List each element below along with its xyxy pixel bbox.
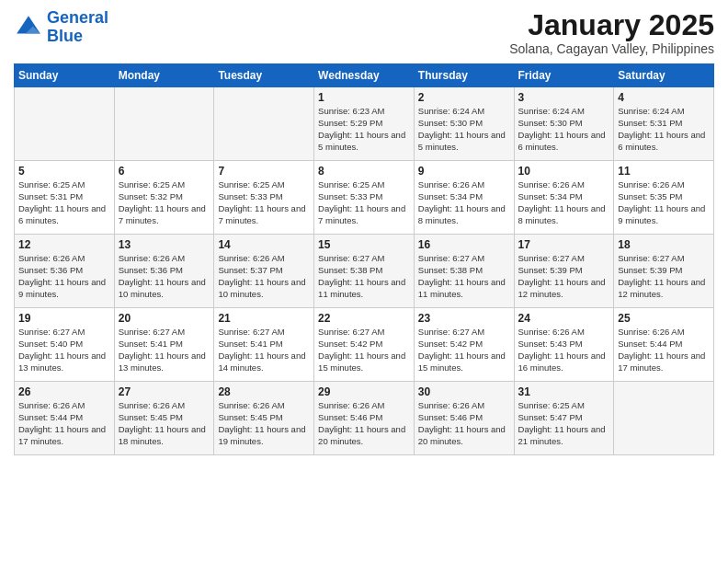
- weekday-header-sunday: Sunday: [15, 64, 115, 87]
- day-info: Sunrise: 6:26 AM Sunset: 5:36 PM Dayligh…: [18, 253, 110, 300]
- calendar-cell: 20Sunrise: 6:27 AM Sunset: 5:41 PM Dayli…: [114, 308, 214, 382]
- day-info: Sunrise: 6:27 AM Sunset: 5:41 PM Dayligh…: [218, 327, 310, 373]
- day-info: Sunrise: 6:26 AM Sunset: 5:44 PM Dayligh…: [18, 400, 110, 447]
- calendar-cell: 23Sunrise: 6:27 AM Sunset: 5:42 PM Dayli…: [414, 308, 514, 382]
- calendar-week-row: 26Sunrise: 6:26 AM Sunset: 5:44 PM Dayli…: [15, 382, 714, 455]
- calendar-cell: 9Sunrise: 6:26 AM Sunset: 5:34 PM Daylig…: [414, 161, 514, 235]
- day-info: Sunrise: 6:24 AM Sunset: 5:30 PM Dayligh…: [418, 106, 510, 153]
- weekday-header-saturday: Saturday: [614, 64, 714, 87]
- weekday-header-tuesday: Tuesday: [214, 64, 314, 87]
- calendar-cell: 30Sunrise: 6:26 AM Sunset: 5:46 PM Dayli…: [414, 382, 514, 455]
- calendar-cell: 5Sunrise: 6:25 AM Sunset: 5:31 PM Daylig…: [15, 161, 115, 235]
- day-number: 27: [119, 385, 210, 398]
- calendar-cell: 14Sunrise: 6:26 AM Sunset: 5:37 PM Dayli…: [214, 235, 314, 308]
- weekday-header-monday: Monday: [114, 64, 214, 87]
- day-info: Sunrise: 6:25 AM Sunset: 5:32 PM Dayligh…: [119, 179, 210, 226]
- calendar-cell: 10Sunrise: 6:26 AM Sunset: 5:34 PM Dayli…: [514, 161, 614, 235]
- day-info: Sunrise: 6:27 AM Sunset: 5:42 PM Dayligh…: [418, 327, 510, 373]
- calendar-week-row: 5Sunrise: 6:25 AM Sunset: 5:31 PM Daylig…: [15, 161, 714, 235]
- weekday-header-row: SundayMondayTuesdayWednesdayThursdayFrid…: [15, 64, 714, 87]
- day-info: Sunrise: 6:27 AM Sunset: 5:41 PM Dayligh…: [119, 327, 210, 373]
- logo: General Blue: [14, 9, 108, 46]
- calendar-cell: 6Sunrise: 6:25 AM Sunset: 5:32 PM Daylig…: [114, 161, 214, 235]
- day-info: Sunrise: 6:26 AM Sunset: 5:34 PM Dayligh…: [418, 179, 510, 226]
- weekday-header-thursday: Thursday: [414, 64, 514, 87]
- calendar-week-row: 1Sunrise: 6:23 AM Sunset: 5:29 PM Daylig…: [15, 87, 714, 161]
- calendar-cell: [214, 87, 314, 161]
- calendar-week-row: 12Sunrise: 6:26 AM Sunset: 5:36 PM Dayli…: [15, 235, 714, 308]
- day-info: Sunrise: 6:26 AM Sunset: 5:46 PM Dayligh…: [418, 400, 510, 447]
- calendar-cell: 19Sunrise: 6:27 AM Sunset: 5:40 PM Dayli…: [15, 308, 115, 382]
- calendar-cell: 1Sunrise: 6:23 AM Sunset: 5:29 PM Daylig…: [314, 87, 415, 161]
- calendar-cell: 4Sunrise: 6:24 AM Sunset: 5:31 PM Daylig…: [614, 87, 714, 161]
- day-info: Sunrise: 6:27 AM Sunset: 5:39 PM Dayligh…: [518, 253, 610, 300]
- calendar-cell: 8Sunrise: 6:25 AM Sunset: 5:33 PM Daylig…: [314, 161, 415, 235]
- day-number: 18: [618, 238, 710, 251]
- subtitle: Solana, Cagayan Valley, Philippines: [509, 41, 714, 56]
- day-number: 9: [418, 165, 510, 178]
- page: General Blue January 2025 Solana, Cagaya…: [0, 0, 728, 469]
- calendar-table: SundayMondayTuesdayWednesdayThursdayFrid…: [14, 63, 714, 455]
- day-info: Sunrise: 6:25 AM Sunset: 5:31 PM Dayligh…: [18, 179, 110, 226]
- day-number: 15: [318, 238, 410, 251]
- day-info: Sunrise: 6:27 AM Sunset: 5:42 PM Dayligh…: [318, 327, 410, 373]
- header: General Blue January 2025 Solana, Cagaya…: [14, 9, 714, 56]
- day-number: 29: [318, 385, 410, 398]
- day-info: Sunrise: 6:25 AM Sunset: 5:33 PM Dayligh…: [318, 179, 410, 226]
- day-number: 1: [318, 91, 410, 104]
- day-info: Sunrise: 6:27 AM Sunset: 5:38 PM Dayligh…: [418, 253, 510, 300]
- calendar-cell: [114, 87, 214, 161]
- calendar-cell: 17Sunrise: 6:27 AM Sunset: 5:39 PM Dayli…: [514, 235, 614, 308]
- calendar-cell: 27Sunrise: 6:26 AM Sunset: 5:45 PM Dayli…: [114, 382, 214, 455]
- day-info: Sunrise: 6:26 AM Sunset: 5:36 PM Dayligh…: [119, 253, 210, 300]
- day-info: Sunrise: 6:26 AM Sunset: 5:44 PM Dayligh…: [618, 327, 710, 373]
- day-info: Sunrise: 6:26 AM Sunset: 5:34 PM Dayligh…: [518, 179, 610, 226]
- day-number: 31: [518, 385, 610, 398]
- day-number: 14: [218, 238, 310, 251]
- day-number: 2: [418, 91, 510, 104]
- calendar-cell: 3Sunrise: 6:24 AM Sunset: 5:30 PM Daylig…: [514, 87, 614, 161]
- calendar-cell: 15Sunrise: 6:27 AM Sunset: 5:38 PM Dayli…: [314, 235, 415, 308]
- calendar-cell: 2Sunrise: 6:24 AM Sunset: 5:30 PM Daylig…: [414, 87, 514, 161]
- day-number: 6: [119, 165, 210, 178]
- day-number: 19: [18, 312, 110, 325]
- day-number: 25: [618, 312, 710, 325]
- day-number: 20: [119, 312, 210, 325]
- calendar-cell: 21Sunrise: 6:27 AM Sunset: 5:41 PM Dayli…: [214, 308, 314, 382]
- day-info: Sunrise: 6:26 AM Sunset: 5:37 PM Dayligh…: [218, 253, 310, 300]
- day-info: Sunrise: 6:27 AM Sunset: 5:40 PM Dayligh…: [18, 327, 110, 373]
- logo-text: General Blue: [47, 9, 108, 46]
- calendar-week-row: 19Sunrise: 6:27 AM Sunset: 5:40 PM Dayli…: [15, 308, 714, 382]
- calendar-cell: 31Sunrise: 6:25 AM Sunset: 5:47 PM Dayli…: [514, 382, 614, 455]
- calendar-cell: 7Sunrise: 6:25 AM Sunset: 5:33 PM Daylig…: [214, 161, 314, 235]
- day-number: 24: [518, 312, 610, 325]
- day-info: Sunrise: 6:25 AM Sunset: 5:33 PM Dayligh…: [218, 179, 310, 226]
- day-number: 13: [119, 238, 210, 251]
- day-number: 4: [618, 91, 710, 104]
- calendar-cell: 25Sunrise: 6:26 AM Sunset: 5:44 PM Dayli…: [614, 308, 714, 382]
- day-info: Sunrise: 6:26 AM Sunset: 5:35 PM Dayligh…: [618, 179, 710, 226]
- day-info: Sunrise: 6:24 AM Sunset: 5:31 PM Dayligh…: [618, 106, 710, 153]
- day-number: 3: [518, 91, 610, 104]
- calendar-cell: 13Sunrise: 6:26 AM Sunset: 5:36 PM Dayli…: [114, 235, 214, 308]
- day-number: 7: [218, 165, 310, 178]
- calendar-cell: [614, 382, 714, 455]
- day-info: Sunrise: 6:27 AM Sunset: 5:38 PM Dayligh…: [318, 253, 410, 300]
- day-number: 5: [18, 165, 110, 178]
- day-number: 8: [318, 165, 410, 178]
- logo-icon: [14, 13, 43, 42]
- day-number: 22: [318, 312, 410, 325]
- month-title: January 2025: [509, 9, 714, 41]
- day-number: 28: [218, 385, 310, 398]
- day-info: Sunrise: 6:24 AM Sunset: 5:30 PM Dayligh…: [518, 106, 610, 153]
- calendar-cell: 22Sunrise: 6:27 AM Sunset: 5:42 PM Dayli…: [314, 308, 415, 382]
- day-number: 30: [418, 385, 510, 398]
- day-number: 23: [418, 312, 510, 325]
- calendar-cell: 29Sunrise: 6:26 AM Sunset: 5:46 PM Dayli…: [314, 382, 415, 455]
- calendar-cell: 26Sunrise: 6:26 AM Sunset: 5:44 PM Dayli…: [15, 382, 115, 455]
- day-info: Sunrise: 6:26 AM Sunset: 5:45 PM Dayligh…: [119, 400, 210, 447]
- calendar-cell: 16Sunrise: 6:27 AM Sunset: 5:38 PM Dayli…: [414, 235, 514, 308]
- calendar-cell: 11Sunrise: 6:26 AM Sunset: 5:35 PM Dayli…: [614, 161, 714, 235]
- day-info: Sunrise: 6:26 AM Sunset: 5:46 PM Dayligh…: [318, 400, 410, 447]
- calendar-cell: 28Sunrise: 6:26 AM Sunset: 5:45 PM Dayli…: [214, 382, 314, 455]
